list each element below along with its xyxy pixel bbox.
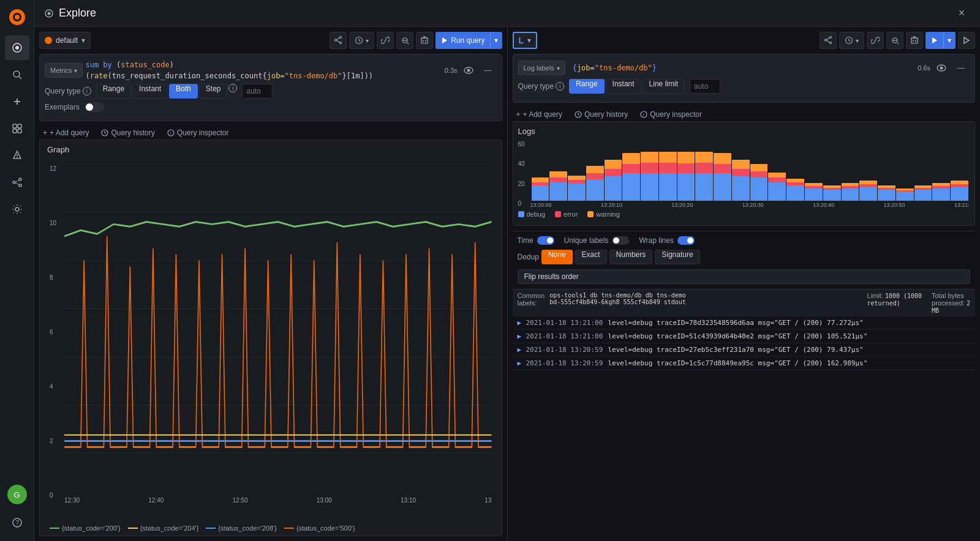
copy-link-button[interactable] <box>377 32 394 49</box>
query-type-instant[interactable]: Instant <box>132 84 168 99</box>
right-query-visibility[interactable] <box>933 59 950 76</box>
right-query-editor: Log labels ▾ {job="tns-demo/db"} 0.6s — <box>513 54 976 103</box>
svg-point-55 <box>825 39 827 41</box>
query-collapse-button[interactable]: — <box>480 62 497 79</box>
log-timestamp-3: 2021-01-18 13:20:59 <box>526 346 606 354</box>
left-datasource-selector[interactable]: default ▾ <box>39 32 91 49</box>
app-logo[interactable] <box>5 5 29 29</box>
sidebar-item-alerting[interactable] <box>5 143 29 168</box>
sidebar-item-search[interactable] <box>5 62 29 87</box>
stacked-bar <box>823 152 841 201</box>
step-info[interactable]: i <box>228 84 237 92</box>
sidebar-item-explore[interactable] <box>5 35 29 60</box>
query-type-step[interactable]: Step <box>199 84 228 99</box>
delete-query-button[interactable] <box>416 32 433 49</box>
right-query-inspector-button[interactable]: i Query inspector <box>636 108 706 121</box>
logs-chart-legend: debug error warning <box>518 208 970 220</box>
svg-point-53 <box>830 37 832 39</box>
warning-bar <box>768 173 786 177</box>
add-query-icon: + <box>43 129 47 137</box>
query-type-both[interactable]: Both <box>169 84 198 99</box>
sidebar-item-settings[interactable] <box>5 197 29 222</box>
right-query-type-instant[interactable]: Instant <box>606 79 641 94</box>
right-query-history-button[interactable]: Query history <box>571 108 631 121</box>
right-datasource-selector[interactable]: L ▾ <box>513 32 538 49</box>
dedup-none-active[interactable]: None <box>541 250 573 264</box>
right-query-collapse[interactable]: — <box>952 59 970 76</box>
svg-point-27 <box>335 39 337 41</box>
logs-meta-right: Limit: 1000 (1000returned) Total bytespr… <box>867 292 970 314</box>
query-type-range[interactable]: Range <box>96 84 131 99</box>
run-query-group: Run query ▾ <box>435 32 502 49</box>
right-run-query-button[interactable] <box>925 32 943 49</box>
right-run-icon-button[interactable] <box>958 32 975 49</box>
wrap-lines-toggle[interactable] <box>677 236 695 245</box>
sidebar-item-help[interactable]: ? <box>5 510 29 535</box>
zoom-out-button[interactable] <box>396 32 413 49</box>
query-inspector-button[interactable]: i Query inspector <box>164 126 233 140</box>
logs-title: Logs <box>518 127 970 136</box>
right-add-query-button[interactable]: + + Add query <box>513 108 566 121</box>
wrap-lines-toggle-thumb <box>687 237 693 244</box>
add-query-button[interactable]: + + Add query <box>39 126 92 140</box>
right-query-type-range[interactable]: Range <box>569 79 604 94</box>
step-input[interactable] <box>242 84 273 99</box>
run-query-button[interactable]: Run query <box>435 32 489 49</box>
run-query-chevron[interactable]: ▾ <box>490 32 502 49</box>
dedup-numbers[interactable]: Numbers <box>609 250 653 264</box>
bar-group <box>768 152 786 201</box>
share-button[interactable] <box>330 32 347 49</box>
graph-svg <box>64 164 492 501</box>
user-avatar[interactable]: G <box>7 485 27 504</box>
right-query-type-line-limit[interactable]: Line limit <box>643 79 685 94</box>
debug-bar <box>914 190 932 201</box>
log-entry-1[interactable]: ▶ 2021-01-18 13:21:00 level=debug traceI… <box>513 316 976 330</box>
svg-line-57 <box>826 40 829 42</box>
time-toggle[interactable] <box>537 236 554 245</box>
log-entry-2[interactable]: ▶ 2021-01-18 13:21:00 level=debug traceI… <box>513 330 976 343</box>
loki-query-field[interactable]: {job="tns-demo/db"} <box>568 62 916 73</box>
right-history-button[interactable]: ▾ <box>839 32 864 49</box>
svg-point-5 <box>13 71 20 77</box>
sidebar-item-add[interactable] <box>5 89 29 114</box>
query-text-field[interactable]: sum by (status_code) (rate(tns_request_d… <box>85 59 442 81</box>
bytes-info: Total bytesprocessed: 2MB <box>932 292 970 314</box>
right-add-query-label: + Add query <box>523 110 562 119</box>
right-query-options: Query type i Range Instant Line limit <box>518 79 970 94</box>
unique-labels-toggle[interactable] <box>612 236 629 245</box>
query-history-button[interactable]: Query history <box>97 126 158 140</box>
svg-rect-12 <box>18 129 21 133</box>
line-limit-input[interactable] <box>690 79 720 94</box>
svg-rect-11 <box>13 129 17 133</box>
logs-x-axis: 13:20:0013:20:1013:20:2013:20:3013:20:40… <box>530 201 970 208</box>
query-visibility-toggle[interactable] <box>460 62 477 79</box>
right-zoom-out-button[interactable] <box>886 32 903 49</box>
right-run-query-chevron[interactable]: ▾ <box>943 32 956 49</box>
svg-rect-34 <box>421 38 428 43</box>
svg-point-2 <box>15 15 20 20</box>
log-labels-selector[interactable]: Log labels ▾ <box>518 61 565 75</box>
history-button[interactable]: ▾ <box>349 32 374 49</box>
log-entry-4[interactable]: ▶ 2021-01-18 13:20:59 level=debug traceI… <box>513 357 976 370</box>
log-arrow-3: ▶ <box>518 346 524 354</box>
bar-group <box>605 152 622 201</box>
right-share-button[interactable] <box>820 32 837 49</box>
sidebar-item-connections[interactable] <box>5 170 29 195</box>
log-entry-3[interactable]: ▶ 2021-01-18 13:20:59 level=debug traceI… <box>513 343 976 357</box>
right-copy-link-button[interactable] <box>867 32 884 49</box>
flip-results-button[interactable]: Flip results order <box>518 269 971 284</box>
metrics-selector[interactable]: Metrics ▾ <box>45 63 83 78</box>
legend-200-color <box>50 528 59 529</box>
sidebar-item-dashboards[interactable] <box>5 116 29 141</box>
close-button[interactable]: × <box>953 5 970 22</box>
dedup-exact[interactable]: Exact <box>575 250 607 264</box>
right-delete-button[interactable] <box>906 32 923 49</box>
debug-bar <box>842 188 859 201</box>
logs-chart-area: 6040200 13:20:0013:20:1013:20:2013:20:30… <box>518 141 970 208</box>
bar-group <box>568 152 586 201</box>
dedup-signature[interactable]: Signature <box>655 250 699 264</box>
query-type-info[interactable]: i <box>83 87 91 95</box>
exemplars-toggle[interactable] <box>85 102 104 112</box>
right-query-type-info[interactable]: i <box>556 82 564 91</box>
query-type-label: Query type i <box>45 87 91 95</box>
